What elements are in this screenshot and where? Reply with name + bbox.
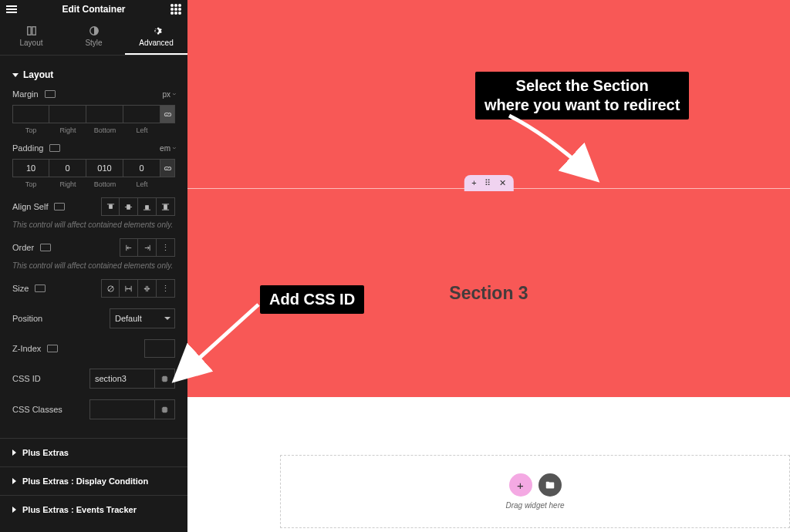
order-first-button[interactable] [120,238,138,257]
align-stretch-button[interactable] [157,197,175,216]
order-last-button[interactable] [138,238,157,257]
tab-advanced[interactable]: Advanced [125,19,187,55]
tab-advanced-label: Advanced [139,39,173,47]
widget-drop-area[interactable]: + Drag widget here [280,455,790,528]
section-3-title: Section 3 [449,283,528,304]
tab-style[interactable]: Style [62,19,125,55]
margin-left-input[interactable] [123,105,160,123]
annotation-select-section: Select the Sectionwhere you want to redi… [475,72,689,120]
tab-layout[interactable]: Layout [0,19,62,55]
padding-left-sublabel: Left [123,180,160,188]
svg-line-15 [108,286,113,291]
caret-down-icon [12,73,19,77]
zindex-label: Z-Index [12,344,41,353]
panel-tabs: Layout Style Advanced [0,19,187,56]
responsive-icon[interactable] [49,144,60,152]
padding-left-input[interactable] [123,159,160,177]
margin-unit-select[interactable]: px [162,90,175,99]
order-more-button[interactable]: ⋮ [157,238,175,257]
size-label: Size [12,284,29,293]
margin-label: Margin [12,89,39,99]
svg-rect-4 [109,204,112,208]
folder-widget-button[interactable] [538,473,562,497]
cssclasses-dynamic-button[interactable] [155,399,175,419]
accordion-events-tracker[interactable]: Plus Extras : Events Tracker [0,495,187,524]
section-layout-toggle[interactable]: Layout [12,69,175,80]
panel-title: Edit Container [62,4,125,15]
align-start-button[interactable] [101,197,120,216]
order-hint: This control will affect contained eleme… [12,261,175,270]
svg-rect-19 [162,376,163,381]
padding-unit-select[interactable]: em [160,144,175,153]
accordion-display-condition[interactable]: Plus Extras : Display Condition [0,466,187,495]
caret-right-icon [12,478,16,484]
position-label: Position [12,314,42,323]
section-add-button[interactable]: + [471,178,476,188]
align-self-label: Align Self [12,202,48,211]
svg-rect-23 [167,407,167,412]
cssclasses-input[interactable] [89,399,155,419]
menu-icon[interactable] [6,5,17,13]
zindex-input[interactable] [144,339,175,358]
align-center-button[interactable] [120,197,138,216]
add-widget-button[interactable]: + [509,473,532,497]
svg-rect-22 [162,407,163,412]
align-self-button-group [101,197,175,216]
svg-rect-21 [163,406,167,412]
section-handle: + ⠿ ✕ [464,175,513,191]
svg-rect-8 [146,205,149,209]
responsive-icon[interactable] [40,244,51,251]
accordion-display-condition-label: Plus Extras : Display Condition [22,476,148,486]
margin-bottom-input[interactable] [86,105,123,123]
size-shrink-button[interactable] [138,279,157,298]
padding-top-input[interactable] [12,159,49,177]
annotation-add-cssid: Add CSS ID [260,285,364,314]
responsive-icon[interactable] [45,90,56,98]
size-none-button[interactable] [101,279,120,298]
advanced-panel: Layout Margin px Top R [0,56,187,438]
cssid-dynamic-button[interactable] [155,369,175,389]
margin-top-input[interactable] [12,105,49,123]
order-label: Order [12,243,34,252]
padding-label: Padding [12,143,43,153]
drop-area-label: Drag widget here [505,501,564,510]
size-grow-button[interactable] [120,279,138,298]
editor-sidebar: Edit Container Layout Style Advanced Lay… [0,0,187,532]
svg-rect-11 [164,204,167,209]
responsive-icon[interactable] [35,285,46,292]
section-layout-title: Layout [23,69,53,80]
margin-bottom-sublabel: Bottom [86,126,123,134]
tab-style-label: Style [85,39,102,47]
padding-right-sublabel: Right [49,180,86,188]
svg-rect-1 [32,26,35,35]
section-close-button[interactable]: ✕ [499,178,506,188]
margin-link-button[interactable] [160,105,175,123]
margin-right-sublabel: Right [49,126,86,134]
align-self-hint: This control will affect contained eleme… [12,221,175,229]
responsive-icon[interactable] [47,345,58,352]
section-drag-handle[interactable]: ⠿ [484,178,491,188]
accordion-plus-extras-label: Plus Extras [22,448,69,457]
sidebar-header: Edit Container [0,0,187,19]
caret-right-icon [12,507,16,513]
margin-left-sublabel: Left [123,126,160,134]
cssid-input[interactable] [89,369,155,389]
padding-bottom-input[interactable] [86,159,123,177]
align-end-button[interactable] [138,197,157,216]
margin-right-input[interactable] [49,105,86,123]
position-select[interactable]: Default [110,308,175,328]
accordion-plus-extras[interactable]: Plus Extras [0,438,187,466]
cssid-label: CSS ID [12,374,41,383]
svg-rect-6 [127,204,130,209]
widgets-grid-icon[interactable] [170,4,181,15]
padding-link-button[interactable] [160,159,175,177]
margin-top-sublabel: Top [12,126,49,134]
responsive-icon[interactable] [54,203,65,210]
size-more-button[interactable]: ⋮ [157,279,175,298]
caret-right-icon [12,450,16,456]
svg-rect-0 [27,26,30,35]
padding-top-sublabel: Top [12,180,49,188]
svg-rect-20 [167,376,167,381]
padding-right-input[interactable] [49,159,86,177]
padding-bottom-sublabel: Bottom [86,180,123,188]
